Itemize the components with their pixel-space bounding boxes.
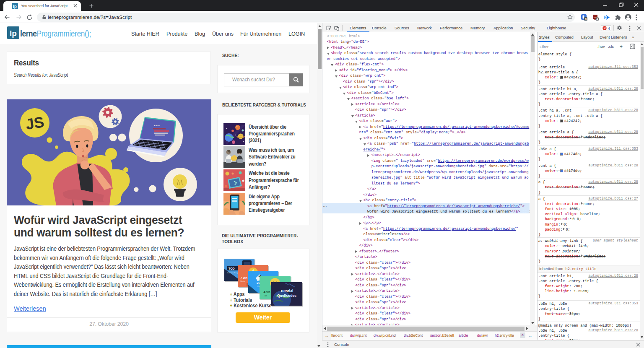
svg-text:7 An: 7 An <box>240 276 247 280</box>
svg-text:TOD: TOD <box>229 267 235 270</box>
svg-text:8: 8 <box>585 18 587 21</box>
svg-text:lp: lp <box>13 4 17 8</box>
svg-text:4: 4 <box>596 18 598 21</box>
svg-text:Quellcodes: Quellcodes <box>277 293 296 298</box>
svg-text:Coronas Progr.: Coronas Progr. <box>227 272 239 274</box>
svg-text:Tutorial: Tutorial <box>280 289 293 293</box>
svg-text:lp: lp <box>10 29 17 38</box>
svg-text:Vertec: Vertec <box>240 280 246 283</box>
svg-text:JS: JS <box>24 113 45 133</box>
